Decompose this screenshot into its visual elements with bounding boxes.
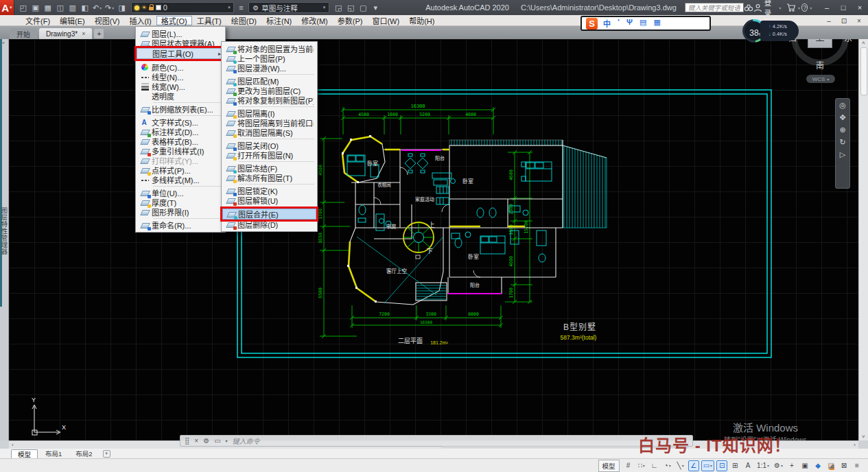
layertools-match[interactable]: 图层匹配(M) [222,76,316,86]
close-button[interactable]: × [852,1,868,14]
layertools-lock[interactable]: 图层锁定(K) [222,186,316,196]
vertical-scroll-thumb[interactable] [860,47,867,95]
navigation-wheel-icon[interactable]: ◎ [839,102,846,109]
menu-view[interactable]: 视图(V) [90,16,125,25]
layertools-off[interactable]: 图层关闭(O) [222,141,316,150]
layer-control-dropdown[interactable]: ☀ 0 ▾ [131,2,234,13]
ime-toolbox-icon[interactable]: ▦ [653,18,660,29]
layertools-walk[interactable]: 图层漫游(W)... [222,63,316,73]
signin-caret-icon[interactable]: ▾ [777,1,783,14]
undo-icon[interactable]: ↶▾ [91,1,104,14]
graphics-performance-icon[interactable]: ◆ [812,460,823,471]
sheet-set-chip-icon[interactable]: ▢ [357,1,369,14]
transfer-icon[interactable]: ◫ [54,1,67,14]
menu-tools[interactable]: 工具(T) [192,16,226,25]
tab-close-icon[interactable]: × [82,30,85,37]
format-menu-mleader-style[interactable]: 多重引线样式(I) [137,146,224,156]
ime-keyboard-icon[interactable]: ▤ [640,18,646,29]
scroll-up-icon[interactable]: ˄ [862,40,865,46]
layer-properties-icon[interactable]: ≡ [237,1,246,14]
qat-more-icon[interactable]: ▾ [369,1,382,14]
search-binoculars-icon[interactable] [744,2,753,13]
menu-format[interactable]: 格式(O) [156,16,192,25]
layer-properties-chip-icon[interactable]: ◲ [332,1,344,14]
object-snap-tracking-icon[interactable]: ╲▾ [675,460,686,471]
polar-tracking-icon[interactable]: ◔▾ [662,460,673,471]
scroll-right-icon[interactable]: › [854,442,856,448]
layer-thaw-icon[interactable]: ☀ [141,5,147,10]
format-menu-lineweight[interactable]: 线宽(W)... [137,82,224,91]
layertools-make-current[interactable]: 将对象的图层置为当前(R) [222,44,316,54]
print-icon[interactable]: ◧ [79,1,91,14]
viewcube-south[interactable]: 南 [816,59,824,71]
format-menu-color[interactable]: 颜色(C)... [137,62,224,72]
format-menu-units[interactable]: 单位(U)... [137,188,224,198]
menu-dimension[interactable]: 标注(N) [261,16,296,25]
ime-mic-icon[interactable]: Ψ [626,18,633,29]
drawing-tab[interactable]: Drawing3* × [39,28,92,39]
menu-parametric[interactable]: 参数(P) [333,16,368,25]
annotation-scale-value[interactable]: 1:1▾ [755,460,771,471]
3d-object-snap-icon[interactable]: ⊞ [729,460,740,471]
ime-punctuation-icon[interactable]: ’ [618,18,620,29]
snap-mode-icon[interactable]: ∷▾ [636,460,647,471]
pan-icon[interactable]: ✥ [839,114,845,121]
sogou-ime-toolbar[interactable]: S 中’Ψ▤▦ [580,16,711,31]
layout1-tab[interactable]: 布局1 [39,449,68,458]
layer-properties-palette-tab[interactable]: « 图层特性管理器 [0,39,9,440]
command-line-bar[interactable]: ⣿ × ⚙ ▭ ▾ 键入命令 [180,435,693,447]
showmotion-icon[interactable]: ▷ [840,151,845,158]
dynamic-input-icon[interactable]: ▭▾ [701,460,714,471]
format-menu-linetype[interactable]: 线型(N)... [137,72,224,82]
format-menu-rename[interactable]: 重命名(R)... [137,220,224,230]
scroll-left-icon[interactable]: ‹ [12,442,14,448]
format-menu-layer-states[interactable]: 图层状态管理器(A) [137,38,224,48]
mdi-restore-button[interactable]: ⊡ [837,16,851,25]
layertools-merge[interactable]: 图层合并(E) [222,209,316,220]
save-icon[interactable]: ▣ [30,1,42,14]
orbit-icon[interactable]: ↻ [839,139,845,146]
command-customize-icon[interactable]: ⚙ [203,437,209,445]
mdi-minimize-button[interactable]: – [822,16,836,25]
layertools-isolate[interactable]: 图层隔离(I) [222,108,316,118]
layertools-unlock[interactable]: 图层解锁(U) [222,196,316,205]
user-icon[interactable] [753,2,762,13]
clean-screen-alt-icon[interactable]: ◪ [825,460,836,471]
start-tab[interactable]: 开始 [10,28,37,39]
format-menu-scale-list[interactable]: 比例缩放列表(E)... [137,104,224,114]
menu-modify[interactable]: 修改(M) [296,16,333,25]
layertools-delete[interactable]: 图层删除(D) [222,220,316,229]
isolate-objects-icon[interactable]: ▣ [799,460,810,471]
autodesk-app-caret-icon[interactable]: ▾ [796,1,801,14]
format-menu-thickness[interactable]: 厚度(T) [137,198,224,207]
format-menu-transparency[interactable]: 透明度 [137,91,224,101]
format-menu-plot-style[interactable]: 打印样式(Y)... [137,156,224,165]
maximize-button[interactable]: □ [835,1,852,14]
model-space-button[interactable]: 模型 [598,460,620,472]
new-sheet-chip-icon[interactable]: ◱ [344,1,357,14]
open-icon[interactable]: ◰ [17,1,30,14]
format-menu-layer-tools[interactable]: 图层工具(O) ▸ [137,48,224,59]
layertools-change-to-current[interactable]: 更改为当前图层(C) [222,86,316,95]
format-menu-text-style[interactable]: 文字样式(S)... [137,117,224,127]
sheet-icon[interactable]: ▥ [67,1,79,14]
minimize-button[interactable]: – [819,1,835,14]
vertical-scrollbar[interactable]: ˄ ˅ [858,39,868,440]
layertools-isolate-viewport[interactable]: 将图层隔离到当前视口(V) [222,118,316,128]
format-menu-drawing-limits[interactable]: 图形界限(I) [137,207,224,217]
new-layout-button[interactable]: + [103,450,110,458]
ortho-icon[interactable]: ∟ [649,460,660,471]
layout2-tab[interactable]: 布局2 [69,449,98,458]
isodraft-icon[interactable]: ∠ [688,460,699,471]
format-menu-dim-style[interactable]: 标注样式(D)... [137,127,224,137]
grid-icon[interactable]: # [623,460,634,471]
sogou-logo[interactable]: S [586,18,598,30]
mdi-close-button[interactable]: × [852,16,866,25]
model-tab[interactable]: 模型 [11,449,38,458]
customization-icon[interactable]: + [786,460,797,471]
menu-insert[interactable]: 插入(I) [124,16,156,25]
save-as-icon[interactable]: ▦ [42,1,54,14]
menu-file[interactable]: 文件(F) [21,16,55,25]
format-menu-layer[interactable]: 图层(L)... [137,29,224,38]
new-tab-button[interactable]: + [94,29,104,38]
